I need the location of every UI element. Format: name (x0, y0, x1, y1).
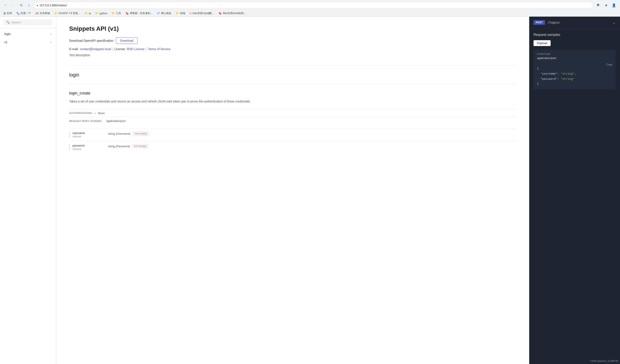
copy-button[interactable]: Copy (606, 63, 612, 66)
field-name-col-password: password required (69, 144, 104, 150)
search-input-wrap[interactable]: 🔍 (3, 19, 53, 25)
main-content: Snippets API (v1) Download OpenAPI speci… (56, 17, 529, 364)
translate-button[interactable]: 🗣 (595, 2, 602, 9)
endpoint-path: /login/ (548, 21, 610, 24)
email-label: E-mail: (69, 47, 79, 51)
spec-row: Download OpenAPI specification: Download (69, 37, 516, 44)
field-name-password: password (72, 144, 104, 147)
separator-2: | (146, 47, 147, 51)
method-badge: POST (534, 20, 545, 25)
back-button[interactable]: ← (3, 2, 9, 8)
brew-icon: 🔖 (218, 12, 222, 15)
profile-button[interactable]: 👤 (610, 2, 617, 9)
search-icon: 🔍 (6, 20, 10, 24)
content-type-section: Content type application/json Copy { "us… (534, 49, 616, 90)
request-samples: Request samples Payload Content type app… (529, 29, 620, 364)
nav-items: login › v1 › (0, 28, 56, 364)
code-open-brace: { (537, 66, 612, 71)
watermark: CSDN @weixin_51386799 (590, 360, 618, 362)
license-label: License: (114, 47, 126, 51)
address-bar[interactable]: ● 127.0.0.1:8001/redoc/ (34, 2, 593, 9)
bookmark-apps[interactable]: ⊞ 应用 (2, 11, 14, 16)
bookmark-nuggets[interactable]: 💎 稀土掘金 (155, 11, 173, 16)
endpoint-bar: POST /login/ ⌄ (529, 17, 620, 29)
bookmark-button[interactable]: ★ (603, 2, 610, 9)
endpoint-title: login_create (69, 91, 516, 95)
license-link[interactable]: BSD License (127, 47, 145, 51)
schema-row: REQUEST BODY SCHEMA: application/json (69, 117, 516, 125)
field-required-username: required (72, 135, 104, 138)
bookmark-centos[interactable]: 📁 CentOS 7.6 安装... (53, 11, 82, 16)
home-button[interactable]: ⌂ (26, 2, 32, 8)
nuggets-icon: 💎 (157, 12, 160, 15)
download-button[interactable]: Download (116, 37, 138, 44)
address-text: 127.0.0.1:8001/redoc/ (40, 4, 590, 7)
apps-icon: ⊞ (3, 12, 6, 15)
browser-right-icons: 🗣 ★ 👤 (595, 2, 617, 9)
section-divider (69, 65, 516, 66)
sidebar: 🔍 login › v1 › (0, 17, 56, 364)
field-row-password: password required string (Password) non-… (69, 141, 516, 153)
folder-icon-tools: 📁 (111, 12, 115, 15)
bookmark-python[interactable]: 📁 python (93, 11, 109, 15)
meta-row: E-mail: contact@snippets.local | License… (69, 47, 516, 51)
folder-icon-python: 📁 (95, 12, 99, 15)
code-close-brace: } (537, 81, 612, 86)
page-title: Snippets API (v1) (69, 25, 516, 32)
expand-icon[interactable]: ⌄ (612, 20, 616, 25)
bookmark-tools[interactable]: 📁 工具 (110, 11, 123, 16)
bookmark-blog[interactable]: 🔖 博客园 - 开发者的... (124, 11, 154, 16)
field-type-col-username: string (Username) non-empty (104, 131, 516, 136)
schema-value: application/json (106, 119, 126, 122)
login-section-title: login (69, 72, 516, 78)
bookmark-baidu[interactable]: 🐾 百度一下 (15, 11, 33, 16)
field-type-password: string (Password) (108, 145, 130, 148)
field-badge-username: non-empty (133, 131, 149, 136)
search-input[interactable] (12, 21, 50, 24)
field-type-col-password: string (Password) non-empty (104, 144, 516, 148)
auth-value: Basic (98, 111, 105, 115)
auth-row: AUTHORIZATIONS: › Basic (69, 109, 516, 117)
code-block: { "username": "string", "password": "str… (537, 66, 612, 87)
auth-label: AUTHORIZATIONS: (69, 112, 93, 114)
email-link[interactable]: contact@snippets.local (80, 47, 111, 51)
sidebar-item-login[interactable]: login › (0, 30, 56, 38)
blog-icon: 🔖 (125, 12, 129, 15)
browser-chrome: ← → ↻ ⌂ ● 127.0.0.1:8001/redoc/ 🗣 ★ 👤 ⊞ … (0, 0, 620, 17)
bookmark-mysql[interactable]: C mac安装mysql数... (188, 11, 216, 16)
endpoint-description: Takes a set of user credentials and retu… (69, 99, 516, 104)
terms-link[interactable]: Terms of Service (148, 47, 170, 51)
bookmark-ai[interactable]: 📁 ai (83, 11, 93, 15)
lock-icon: ● (36, 4, 38, 7)
content-type-value: application/json (537, 56, 612, 60)
baidu-icon: 🐾 (16, 12, 20, 15)
folder-icon: 📁 (54, 12, 58, 15)
field-type-username: string (Username) (108, 132, 131, 135)
reload-button[interactable]: ↻ (18, 2, 24, 8)
section-divider-2 (69, 84, 516, 85)
bookmark-jd[interactable]: JD 京东商城 (33, 11, 52, 16)
code-line-password: "password": "string" (537, 76, 612, 81)
sidebar-item-v1[interactable]: v1 › (0, 38, 56, 46)
right-panel: POST /login/ ⌄ Request samples Payload C… (529, 17, 620, 364)
bookmark-brew[interactable]: 🔖 Mac安装brew的四... (217, 11, 248, 16)
jd-icon: JD (35, 12, 39, 15)
mysql-icon: C (190, 12, 191, 15)
field-name-col-username: username required (69, 131, 104, 138)
api-description: Test description (69, 53, 516, 57)
field-row-username: username required string (Username) non-… (69, 128, 516, 141)
search-box: 🔍 (0, 17, 56, 28)
code-line-username: "username": "string", (537, 71, 612, 76)
field-name-username: username (72, 131, 104, 135)
auth-chevron-icon[interactable]: › (94, 111, 95, 115)
chevron-right-icon: › (51, 32, 52, 36)
browser-toolbar: ← → ↻ ⌂ ● 127.0.0.1:8001/redoc/ 🗣 ★ 👤 (0, 0, 620, 10)
bookmark-frontend[interactable]: 📁 前端 (174, 11, 187, 16)
payload-tab[interactable]: Payload (534, 40, 551, 46)
forward-button[interactable]: → (10, 2, 16, 8)
app-container: 🔍 login › v1 › Snippets API (v1) Downloa… (0, 17, 620, 364)
chevron-right-icon-v1: › (51, 40, 52, 44)
schema-label: REQUEST BODY SCHEMA: (69, 120, 104, 122)
request-samples-title: Request samples (534, 33, 616, 37)
fields-section: username required string (Username) non-… (69, 128, 516, 153)
